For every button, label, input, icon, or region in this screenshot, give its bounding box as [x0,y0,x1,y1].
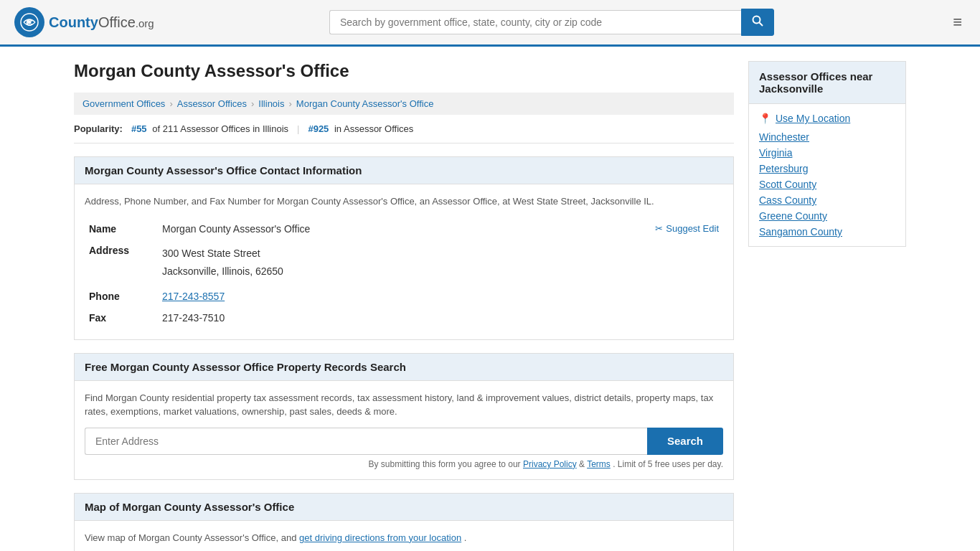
logo-area: C CountyOffice.org [14,7,154,37]
address-block: 300 West State Street Jacksonville, Illi… [162,245,719,281]
phone-label: Phone [86,286,158,306]
main-container: Morgan County Assessor's Office Governme… [60,47,920,551]
popularity-separator: | [297,123,299,134]
use-my-location-link[interactable]: Use My Location [776,113,850,124]
table-row: Fax 217-243-7510 [86,308,722,328]
nearby-link-scott-county[interactable]: Scott County [759,179,816,190]
nearby-link-petersburg[interactable]: Petersburg [759,163,808,174]
nearby-link-cass-county[interactable]: Cass County [759,194,816,206]
nearby-link-greene-county[interactable]: Greene County [759,210,827,222]
nearby-list: Winchester Virginia Petersburg Scott Cou… [759,131,895,237]
fax-value: 217-243-7510 [159,308,722,328]
header-search-area [329,9,774,36]
nearby-link-winchester[interactable]: Winchester [759,131,809,143]
list-item: Sangamon County [759,226,895,237]
table-row: Address 300 West State Street Jacksonvil… [86,240,722,285]
popularity-rank-1: #55 of 211 Assessor Offices in Illinois [131,123,288,134]
nearby-link-sangamon-county[interactable]: Sangamon County [759,226,842,237]
address-input[interactable] [85,428,647,455]
nearby-link-virginia[interactable]: Virginia [759,147,792,159]
sidebar-body: 📍 Use My Location Winchester Virginia Pe… [748,103,906,247]
list-item: Virginia [759,147,895,159]
address-line2: Jacksonville, Illinois, 62650 [162,263,719,281]
map-section: Map of Morgan County Assessor's Office V… [74,493,734,551]
svg-point-2 [28,21,32,24]
popularity-bar: Popularity: #55 of 211 Assessor Offices … [74,123,734,143]
breadcrumb-sep-1: › [169,98,172,109]
address-search-button[interactable]: Search [647,428,723,455]
phone-link[interactable]: 217-243-8557 [162,291,225,302]
svg-line-4 [759,23,763,27]
location-pin-icon: 📍 [759,113,771,124]
phone-value: 217-243-8557 [159,286,722,306]
contact-section-body: Address, Phone Number, and Fax Number fo… [75,184,733,339]
popularity-label: Popularity: [74,123,123,134]
breadcrumb-link-assessor-offices[interactable]: Assessor Offices [177,98,247,109]
address-search-row: Search [85,428,723,455]
address-value: 300 West State Street Jacksonville, Illi… [159,240,722,285]
name-label: Name [86,219,158,239]
suggest-edit-link[interactable]: ✂ Suggest Edit [655,223,719,234]
records-section: Free Morgan County Assessor Office Prope… [74,353,734,480]
sidebar: Assessor Offices near Jacksonville 📍 Use… [748,61,906,551]
popularity-rank-2: #925 in Assessor Offices [308,123,413,134]
header-search-button[interactable] [741,9,774,36]
table-row: Phone 217-243-8557 [86,286,722,306]
suggest-edit-icon: ✂ [655,223,663,234]
breadcrumb-link-government-offices[interactable]: Government Offices [83,98,165,109]
logo-text: CountyOffice.org [49,14,154,31]
list-item: Winchester [759,131,895,143]
breadcrumb: Government Offices › Assessor Offices › … [74,93,734,115]
sidebar-location: 📍 Use My Location [759,113,895,124]
sidebar-header-line2: Jacksonville [759,83,823,95]
breadcrumb-sep-2: › [251,98,254,109]
records-section-header: Free Morgan County Assessor Office Prope… [75,354,733,381]
disclaimer-suffix: . Limit of 5 free uses per day. [613,459,723,469]
menu-button[interactable]: ≡ [949,9,966,35]
contact-section-header: Morgan County Assessor's Office Contact … [75,157,733,184]
contact-description: Address, Phone Number, and Fax Number fo… [85,194,723,209]
list-item: Greene County [759,210,895,222]
breadcrumb-link-illinois[interactable]: Illinois [258,98,284,109]
sidebar-header-line1: Assessor Offices near [759,70,872,83]
form-disclaimer: By submitting this form you agree to our… [85,459,723,469]
privacy-policy-link[interactable]: Privacy Policy [523,459,577,469]
table-row: Name Morgan County Assessor's Office ✂ S… [86,219,722,239]
map-description: View map of Morgan County Assessor's Off… [85,531,723,545]
records-description: Find Morgan County residential property … [85,391,723,419]
map-desc-end: . [464,532,467,543]
terms-link[interactable]: Terms [587,459,611,469]
disclaimer-and: & [579,459,587,469]
list-item: Cass County [759,194,895,206]
map-section-body: View map of Morgan County Assessor's Off… [75,521,733,551]
suggest-row: Morgan County Assessor's Office ✂ Sugges… [162,223,719,235]
name-value: Morgan County Assessor's Office [162,223,310,235]
records-section-body: Find Morgan County residential property … [75,381,733,479]
contact-name-cell: Morgan County Assessor's Office ✂ Sugges… [159,219,722,239]
fax-label: Fax [86,308,158,328]
logo-icon: C [14,7,44,37]
header-search-input[interactable] [329,10,741,34]
sidebar-header: Assessor Offices near Jacksonville [748,61,906,103]
suggest-edit-label: Suggest Edit [666,223,719,234]
contact-table: Name Morgan County Assessor's Office ✂ S… [85,217,723,329]
map-section-header: Map of Morgan County Assessor's Office [75,494,733,521]
contact-section: Morgan County Assessor's Office Contact … [74,156,734,340]
content-area: Morgan County Assessor's Office Governme… [74,61,734,551]
address-label: Address [86,240,158,285]
disclaimer-text: By submitting this form you agree to our [369,459,521,469]
breadcrumb-sep-3: › [288,98,291,109]
list-item: Petersburg [759,163,895,174]
list-item: Scott County [759,179,895,190]
map-desc-text: View map of Morgan County Assessor's Off… [85,532,296,543]
header: C CountyOffice.org ≡ [0,0,980,47]
address-line1: 300 West State Street [162,245,719,263]
breadcrumb-link-morgan-county[interactable]: Morgan County Assessor's Office [296,98,434,109]
page-title: Morgan County Assessor's Office [74,61,734,81]
directions-link[interactable]: get driving directions from your locatio… [299,532,461,543]
svg-point-3 [753,17,760,24]
